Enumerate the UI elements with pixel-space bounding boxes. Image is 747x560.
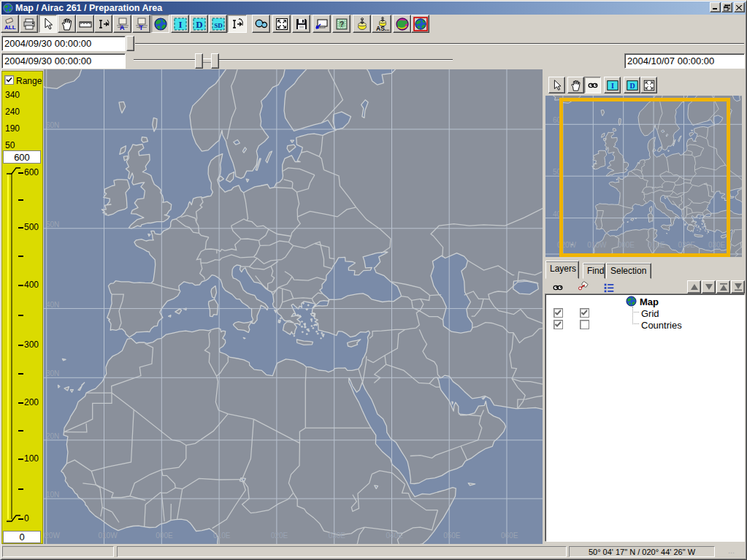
svg-text:ALL: ALL xyxy=(4,24,16,31)
svg-text:I: I xyxy=(178,18,182,29)
svg-text:030E: 030E xyxy=(329,532,346,540)
svg-text:?: ? xyxy=(339,20,343,28)
svg-text:060E: 060E xyxy=(501,532,518,540)
svg-text:000E: 000E xyxy=(156,532,173,540)
svg-text:40N: 40N xyxy=(46,301,59,309)
svg-text:010W: 010W xyxy=(99,532,118,540)
svg-text:020E: 020E xyxy=(271,532,288,540)
svg-text:I: I xyxy=(611,81,614,89)
svg-text:010E: 010E xyxy=(213,532,231,540)
svg-text:50N: 50N xyxy=(46,220,59,229)
svg-text:10N: 10N xyxy=(46,491,59,499)
svg-text:SD: SD xyxy=(214,21,223,28)
svg-text:30N: 30N xyxy=(46,369,59,377)
svg-text:20N: 20N xyxy=(46,432,59,440)
svg-text:050E: 050E xyxy=(443,532,461,540)
svg-text:AS...: AS... xyxy=(376,24,389,31)
svg-text:040E: 040E xyxy=(386,532,404,540)
svg-text:020W: 020W xyxy=(44,532,60,540)
svg-text:A: A xyxy=(120,24,125,31)
svg-text:D: D xyxy=(196,18,202,29)
svg-text:T: T xyxy=(139,24,143,31)
svg-text:D: D xyxy=(629,81,635,89)
svg-text:60N: 60N xyxy=(46,121,59,129)
